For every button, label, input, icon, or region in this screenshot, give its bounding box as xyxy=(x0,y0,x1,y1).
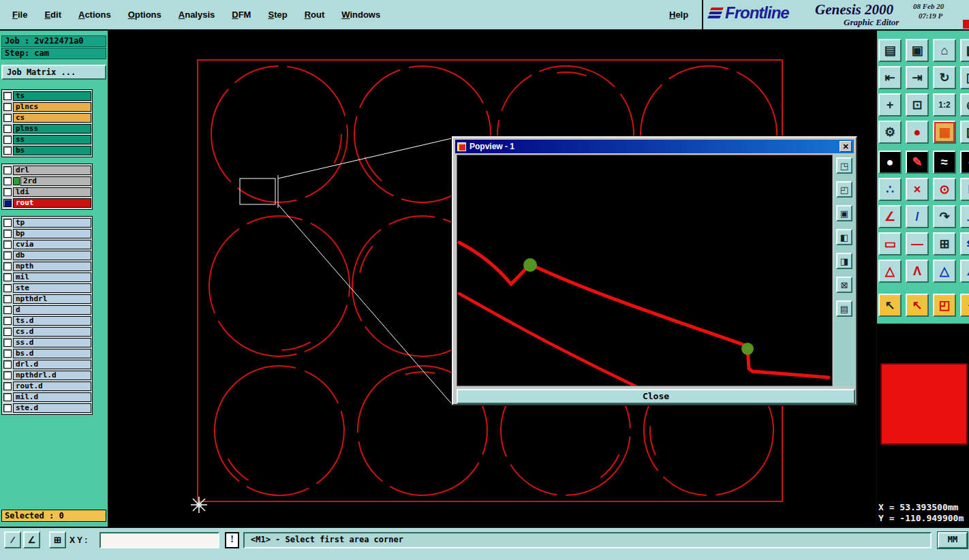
tool-dot-view-button[interactable]: ● xyxy=(878,151,902,174)
layer-name-npthdrl.d[interactable]: npthdrl.d xyxy=(13,371,91,380)
layer-name-plncs[interactable]: plncs xyxy=(13,102,91,112)
tool-delete-x-button[interactable]: × xyxy=(906,178,929,201)
layer-name-drl.d[interactable]: drl.d xyxy=(13,360,91,369)
layer-name-bp[interactable]: bp xyxy=(13,229,91,238)
tool-cursor-red-button[interactable]: ↖ xyxy=(906,294,929,317)
tool-rect-outline-button[interactable]: ▭ xyxy=(878,232,902,255)
layer-name-npth[interactable]: npth xyxy=(13,262,91,271)
menu-rout[interactable]: Rout xyxy=(305,10,325,20)
tool-move-point-button[interactable]: ⊙ xyxy=(933,178,956,201)
tool-save-page-button[interactable]: ▤ xyxy=(878,39,902,62)
layer-name-npthdrl[interactable]: npthdrl xyxy=(13,294,91,304)
layer-row-bp[interactable]: bp xyxy=(3,228,91,239)
layer-checkbox-cs.d[interactable] xyxy=(3,328,12,336)
tool-circle-view-button[interactable]: ○ xyxy=(960,151,969,174)
layer-row-cvia[interactable]: cvia xyxy=(3,239,91,250)
menu-edit[interactable]: Edit xyxy=(44,10,61,20)
popview-close-x-button[interactable]: ✕ xyxy=(840,141,852,152)
layer-row-ste[interactable]: ste xyxy=(3,283,91,294)
popup-expand-button[interactable]: ◳ xyxy=(836,157,852,174)
layer-row-ss.d[interactable]: ss.d xyxy=(3,337,91,348)
layer-checkbox-rout.d[interactable] xyxy=(3,382,12,390)
layer-name-ss.d[interactable]: ss.d xyxy=(13,338,91,347)
layer-checkbox-ss[interactable] xyxy=(3,136,12,144)
popup-layers-button[interactable]: ▤ xyxy=(836,300,852,317)
layer-name-cs.d[interactable]: cs.d xyxy=(13,327,91,337)
layer-name-bs.d[interactable]: bs.d xyxy=(13,349,91,358)
layer-checkbox-cs[interactable] xyxy=(3,114,12,122)
tool-angle-measure-button[interactable]: ∡ xyxy=(960,260,969,283)
menu-step[interactable]: Step xyxy=(268,10,287,20)
layer-row-ts[interactable]: ts xyxy=(3,91,91,102)
layer-name-bs[interactable]: bs xyxy=(13,146,91,155)
menu-analysis[interactable]: Analysis xyxy=(179,10,215,20)
tool-dash-line-button[interactable]: — xyxy=(906,232,929,255)
layer-row-npthdrl[interactable]: npthdrl xyxy=(3,294,91,305)
tool-swap-button[interactable]: ⇆ xyxy=(960,232,969,255)
popup-pan-right-button[interactable]: ◨ xyxy=(836,253,852,269)
layer-name-2rd[interactable]: 2rd xyxy=(20,176,91,186)
layer-checkbox-npthdrl.d[interactable] xyxy=(3,371,12,379)
layer-checkbox-drl[interactable] xyxy=(3,166,12,174)
layer-row-db[interactable]: db xyxy=(3,250,91,261)
layer-name-rout[interactable]: rout xyxy=(13,198,91,208)
layer-row-npthdrl.d[interactable]: npthdrl.d xyxy=(3,370,91,381)
popview-canvas[interactable] xyxy=(457,155,833,386)
tool-tools-gear-button[interactable]: ⚙ xyxy=(878,121,902,144)
layer-name-cs[interactable]: cs xyxy=(13,113,91,123)
layer-checkbox-ldi[interactable] xyxy=(3,188,12,196)
layer-checkbox-mil[interactable] xyxy=(3,273,12,281)
grid-toggle-button[interactable]: ⊞ xyxy=(49,531,66,548)
layer-row-bs.d[interactable]: bs.d xyxy=(3,348,91,359)
popup-fit-button[interactable]: ⊠ xyxy=(836,277,852,293)
menu-windows[interactable]: Windows xyxy=(341,10,380,20)
layer-row-bs[interactable]: bs xyxy=(3,145,91,156)
layer-row-ste.d[interactable]: ste.d xyxy=(3,403,91,414)
tool-grid-button[interactable]: ▦ xyxy=(960,39,969,62)
tool-overlay-button[interactable]: ◉ xyxy=(960,93,969,116)
tool-window-split-button[interactable]: ◫ xyxy=(960,66,969,89)
tool-triangle-red-button[interactable]: △ xyxy=(878,260,902,283)
layer-row-d[interactable]: d xyxy=(3,305,91,315)
layer-name-ste.d[interactable]: ste.d xyxy=(13,403,91,413)
layer-name-ts.d[interactable]: ts.d xyxy=(13,316,91,326)
tool-arc-rotate-button[interactable]: ↷ xyxy=(933,205,956,228)
tool-rotate-button[interactable]: ↻ xyxy=(933,66,956,89)
layer-checkbox-bs[interactable] xyxy=(3,146,12,155)
layer-name-mil[interactable]: mil xyxy=(13,273,91,282)
layer-row-cs[interactable]: cs xyxy=(3,112,91,123)
layer-row-rout[interactable]: rout xyxy=(3,198,91,208)
alert-bang-button[interactable]: ! xyxy=(225,532,239,548)
layer-checkbox-db[interactable] xyxy=(3,251,12,260)
layer-name-ss[interactable]: ss xyxy=(13,135,91,144)
layer-name-db[interactable]: db xyxy=(13,251,91,260)
layer-checkbox-cvia[interactable] xyxy=(3,240,12,249)
layer-row-ldi[interactable]: ldi xyxy=(3,187,91,198)
layer-checkbox-plncs[interactable] xyxy=(3,103,12,111)
tool-wave-ruler-button[interactable]: ≈ xyxy=(933,151,956,174)
tool-cursor-window-button[interactable]: ◰ xyxy=(933,294,956,317)
layer-row-plnss[interactable]: plnss xyxy=(3,123,91,134)
layer-checkbox-bs.d[interactable] xyxy=(3,349,12,358)
layer-name-drl[interactable]: drl xyxy=(13,166,91,175)
layer-checkbox-drl.d[interactable] xyxy=(3,360,12,369)
layer-checkbox-tp[interactable] xyxy=(3,219,12,227)
layer-checkbox-npth[interactable] xyxy=(3,262,12,270)
tool-cursor-select-button[interactable]: ↖ xyxy=(878,294,902,317)
layer-row-mil.d[interactable]: mil.d xyxy=(3,392,91,403)
tool-color-layers-button[interactable]: ▦ xyxy=(933,121,956,144)
layer-name-rout.d[interactable]: rout.d xyxy=(13,382,91,391)
layer-checkbox-ste.d[interactable] xyxy=(3,404,12,412)
tool-zoom-fit-button[interactable]: ⊡ xyxy=(906,93,929,116)
window-control-red-icon[interactable] xyxy=(963,20,969,29)
layer-checkbox-plnss[interactable] xyxy=(3,125,12,133)
layer-checkbox-mil.d[interactable] xyxy=(3,393,12,401)
tool-screen-button[interactable]: ▣ xyxy=(906,39,929,62)
menu-help[interactable]: Help xyxy=(669,10,688,20)
layer-row-mil[interactable]: mil xyxy=(3,272,91,283)
layer-row-2rd[interactable]: 2rd xyxy=(3,176,91,187)
layer-name-tp[interactable]: tp xyxy=(13,218,91,228)
popup-previous-button[interactable]: ◰ xyxy=(836,181,852,198)
tool-home-button[interactable]: ⌂ xyxy=(933,39,956,62)
popview-titlebar[interactable]: Popview - 1 ✕ xyxy=(455,140,854,153)
